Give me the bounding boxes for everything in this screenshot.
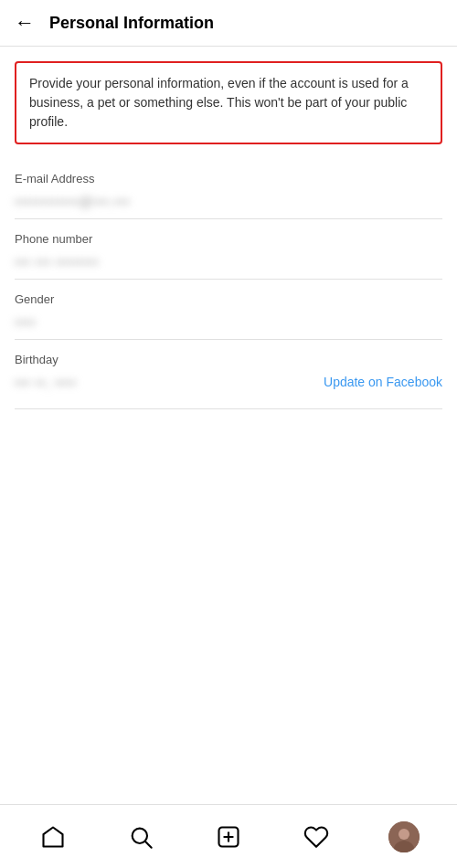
birthday-divider	[15, 408, 442, 409]
add-icon	[216, 824, 241, 850]
nav-add[interactable]	[206, 814, 251, 860]
phone-field-section[interactable]: Phone number ••• ••• ••••••••	[0, 219, 457, 279]
nav-profile[interactable]	[381, 814, 427, 860]
nav-search[interactable]	[118, 814, 164, 860]
nav-home[interactable]	[30, 814, 76, 860]
email-field-section[interactable]: E-mail Address ••••••••••••@•••.•••	[0, 159, 457, 218]
update-on-facebook-link[interactable]: Update on Facebook	[324, 353, 442, 389]
birthday-value: ••• ••, ••••	[15, 370, 77, 399]
gender-label: Gender	[15, 292, 442, 306]
svg-point-6	[399, 829, 409, 840]
birthday-label: Birthday	[15, 353, 77, 366]
heart-icon	[303, 824, 329, 850]
svg-line-1	[145, 842, 151, 847]
email-value: ••••••••••••@•••.•••	[15, 189, 442, 218]
nav-likes[interactable]	[293, 814, 339, 860]
birthday-left: Birthday ••• ••, ••••	[15, 353, 77, 399]
back-button[interactable]: ←	[15, 13, 35, 33]
gender-field-section[interactable]: Gender ••••	[0, 280, 457, 339]
bottom-nav	[0, 804, 457, 868]
search-icon	[128, 824, 154, 850]
page-title: Personal Information	[49, 14, 214, 33]
birthday-field-section[interactable]: Birthday ••• ••, •••• Update on Facebook	[0, 340, 457, 399]
gender-value: ••••	[15, 310, 442, 339]
email-label: E-mail Address	[15, 172, 442, 185]
header: ← Personal Information	[0, 0, 457, 47]
avatar	[388, 821, 420, 852]
home-icon	[40, 824, 66, 850]
phone-label: Phone number	[15, 232, 442, 246]
phone-value: ••• ••• ••••••••	[15, 249, 442, 279]
info-box-text: Provide your personal information, even …	[29, 76, 409, 129]
avatar-image	[388, 821, 420, 852]
info-box: Provide your personal information, even …	[15, 61, 442, 144]
